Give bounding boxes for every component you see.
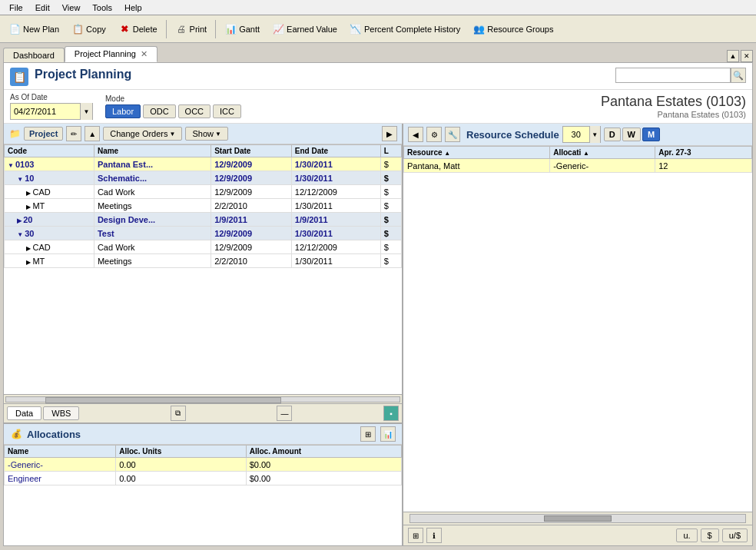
project-button[interactable]: Project [24, 127, 63, 141]
alloc-table-row[interactable]: Engineer 0.00 $0.00 [5, 472, 402, 485]
tab-project-planning[interactable]: Project Planning ✕ [65, 46, 158, 62]
expand-icon[interactable]: ▶ [26, 190, 31, 197]
mode-label: Mode [105, 94, 241, 103]
expand-icon[interactable]: ▶ [26, 245, 31, 252]
period-input[interactable] [563, 130, 589, 139]
tab-data[interactable]: Data [7, 406, 41, 420]
alloc-grid-button[interactable]: ⊞ [360, 426, 376, 442]
footer-units-dollar-button[interactable]: u/$ [722, 528, 748, 542]
new-plan-icon: 📄 [8, 23, 21, 35]
new-plan-button[interactable]: 📄 New Plan [3, 20, 65, 38]
scrollbar-track[interactable] [5, 396, 400, 403]
earned-value-button[interactable]: 📈 Earned Value [267, 20, 343, 38]
project-table-scrollbar[interactable] [4, 394, 402, 403]
res-info-button[interactable]: ℹ [426, 528, 442, 543]
period-selector[interactable]: ▼ [562, 126, 601, 143]
resource-scrollbar-thumb[interactable] [544, 515, 611, 522]
mode-group: Labor ODC OCC ICC [105, 104, 241, 118]
percent-complete-history-button[interactable]: 📉 Percent Complete History [344, 20, 466, 38]
menu-tools[interactable]: Tools [86, 2, 118, 14]
resource-scrollbar[interactable] [410, 514, 746, 523]
menu-edit[interactable]: Edit [29, 2, 56, 14]
mode-labor-button[interactable]: Labor [105, 104, 141, 118]
tab-dashboard[interactable]: Dashboard [3, 48, 65, 62]
col-l: L [380, 145, 401, 157]
table-row[interactable]: ▶MT Meetings 2/2/2010 1/30/2011 $ [5, 254, 402, 268]
cell-code: ▶MT [5, 254, 94, 268]
menu-view[interactable]: View [56, 2, 87, 14]
project-table-container[interactable]: Code Name Start Date End Date L ▼0103 Pa… [4, 144, 402, 394]
copy-button[interactable]: 📋 Copy [66, 20, 111, 38]
nav-right-button[interactable]: ▶ [382, 126, 397, 141]
view-day-button[interactable]: D [604, 128, 621, 141]
mode-odc-button[interactable]: ODC [143, 104, 175, 118]
mode-icc-button[interactable]: ICC [213, 104, 241, 118]
as-of-date-field: As Of Date ▼ [10, 93, 93, 120]
res-settings-button[interactable]: ⚙ [426, 127, 442, 142]
alloc-table-row[interactable]: -Generic- 0.00 $0.00 [5, 458, 402, 472]
menu-help[interactable]: Help [118, 2, 148, 14]
project-edit-button[interactable]: ✏ [66, 126, 81, 141]
col-code: Code [5, 145, 94, 157]
date-arrow-icon[interactable]: ▼ [80, 103, 92, 120]
table-row[interactable]: ▼30 Test 12/9/2009 1/30/2011 $ [5, 227, 402, 240]
table-row[interactable]: ▼10 Schematic... 12/9/2009 1/30/2011 $ [5, 171, 402, 185]
mode-field: Mode Labor ODC OCC ICC [105, 94, 241, 118]
view-week-button[interactable]: W [622, 128, 641, 141]
res-nav-left-button[interactable]: ◀ [408, 127, 423, 142]
cell-start-date: 1/9/2011 [211, 213, 292, 227]
expand-icon[interactable]: ▼ [17, 231, 23, 238]
cell-l: $ [380, 171, 401, 185]
expand-icon[interactable]: ▶ [26, 204, 31, 210]
resource-groups-button[interactable]: 👥 Resource Groups [467, 20, 559, 38]
mode-occ-button[interactable]: OCC [178, 104, 211, 118]
cell-name: Meetings [94, 199, 211, 213]
project-up-button[interactable]: ▲ [85, 126, 100, 141]
change-orders-button[interactable]: Change Orders ▼ [103, 127, 182, 141]
footer-units-button[interactable]: u. [676, 528, 697, 542]
table-row[interactable]: ▶MT Meetings 2/2/2010 1/30/2011 $ [5, 199, 402, 213]
table-row[interactable]: ▼0103 Pantana Est... 12/9/2009 1/30/2011… [5, 157, 402, 171]
scrollbar-thumb[interactable] [45, 397, 281, 403]
res-grid-button[interactable]: ⊞ [408, 528, 423, 543]
expand-icon[interactable]: ▼ [17, 176, 23, 183]
copy-btab-icon[interactable]: ⧉ [171, 406, 186, 421]
print-button[interactable]: 🖨 Print [170, 20, 213, 38]
alloc-col-units: Alloc. Units [116, 446, 246, 458]
res-filter-button[interactable]: 🔧 [445, 127, 460, 142]
view-month-button[interactable]: M [642, 128, 660, 141]
cell-end-date: 1/30/2011 [291, 171, 380, 185]
earned-value-icon: 📈 [272, 23, 284, 35]
alloc-chart-button[interactable]: 📊 [380, 426, 396, 442]
table-row[interactable]: ▶CAD Cad Work 12/9/2009 12/12/2009 $ [5, 240, 402, 254]
expand-icon[interactable]: ▼ [8, 162, 14, 169]
resource-table-row[interactable]: Pantana, Matt -Generic- 12 [404, 159, 752, 173]
expand-icon[interactable]: ▶ [26, 259, 31, 266]
alloc-col-amount: Alloc. Amount [246, 446, 401, 458]
allocations-table-container[interactable]: Name Alloc. Units Alloc. Amount -Generic… [4, 445, 402, 545]
as-of-date-selector[interactable]: ▼ [10, 103, 93, 120]
resource-table-container[interactable]: Resource ▲ Allocati ▲ Apr. 27-3 Pantana,… [403, 146, 752, 512]
date-input[interactable] [11, 107, 80, 116]
cell-name: Cad Work [94, 185, 211, 199]
tab-wbs[interactable]: WBS [43, 406, 79, 420]
expand-icon[interactable]: ▶ [17, 217, 22, 224]
color-btab-icon[interactable]: ▪ [383, 406, 399, 421]
percent-complete-icon: 📉 [350, 23, 362, 35]
tab-close-icon[interactable]: ✕ [141, 49, 148, 59]
minimize-btab-icon[interactable]: — [277, 406, 292, 421]
delete-button[interactable]: ✖ Delete [113, 20, 163, 38]
gantt-button[interactable]: 📊 Gantt [219, 20, 265, 38]
alloc-cell-amount: $0.00 [246, 472, 401, 485]
window-close-button[interactable]: ✕ [741, 50, 753, 62]
footer-dollar-button[interactable]: $ [701, 528, 719, 542]
search-button[interactable]: 🔍 [731, 68, 746, 83]
search-input[interactable] [615, 68, 731, 83]
period-arrow-icon[interactable]: ▼ [589, 126, 600, 143]
menu-file[interactable]: File [3, 2, 29, 14]
show-button[interactable]: Show ▼ [185, 127, 227, 141]
window-restore-button[interactable]: ▲ [727, 50, 739, 62]
res-cell-allocation: -Generic- [550, 159, 655, 173]
table-row[interactable]: ▶CAD Cad Work 12/9/2009 12/12/2009 $ [5, 185, 402, 199]
table-row[interactable]: ▶20 Design Deve... 1/9/2011 1/9/2011 $ [5, 213, 402, 227]
